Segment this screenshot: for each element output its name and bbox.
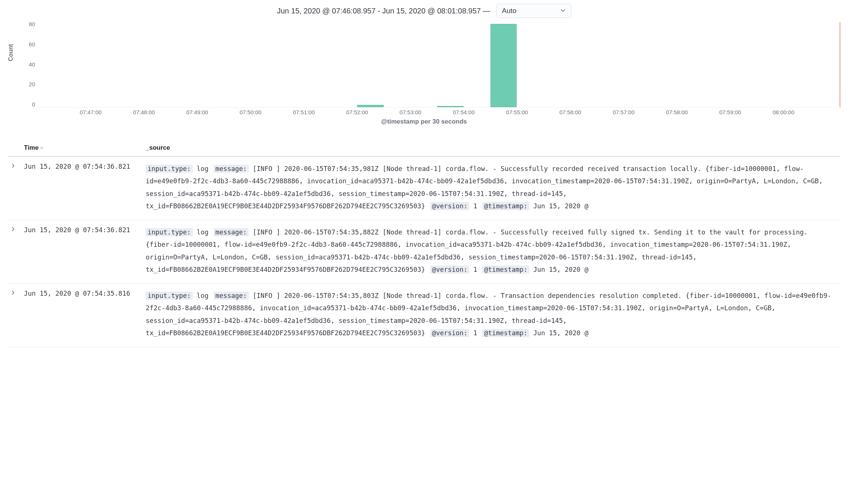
field-label: input.type:: [146, 165, 193, 173]
field-value: log: [193, 165, 213, 172]
chart-plot-area: [37, 23, 837, 108]
xtick: 07:52:00: [346, 109, 368, 115]
ytick: 80: [29, 21, 35, 27]
field-value: Jun 15, 2020 @: [529, 266, 588, 273]
table-row: Jun 15, 2020 @ 07:54:35.816input.type: l…: [7, 284, 841, 347]
field-label: @timestamp:: [482, 265, 529, 274]
histogram-header: Jun 15, 2020 @ 07:46:08.957 - Jun 15, 20…: [7, 4, 841, 18]
xtick: 07:48:00: [133, 109, 155, 115]
column-time[interactable]: Time: [19, 144, 146, 152]
field-value: Jun 15, 2020 @: [529, 329, 588, 337]
field-label: input.type:: [146, 292, 193, 300]
chart-xaxis: 07:47:0007:48:0007:49:0007:50:0007:51:00…: [37, 109, 837, 116]
xtick: 07:55:00: [506, 109, 528, 115]
interval-value: Auto: [502, 7, 517, 15]
xtick: 07:59:00: [719, 109, 741, 115]
field-label: @timestamp:: [482, 202, 529, 210]
source-cell: input.type: log message: [INFO ] 2020-06…: [146, 290, 841, 339]
table-header: Time _source: [7, 140, 841, 157]
time-range-label: Jun 15, 2020 @ 07:46:08.957 - Jun 15, 20…: [277, 7, 490, 15]
xtick: 07:50:00: [239, 109, 261, 115]
source-cell: input.type: log message: [INFO ] 2020-06…: [146, 163, 841, 212]
field-value: log: [193, 292, 213, 299]
field-label: message:: [214, 292, 249, 300]
chart-ylabel: Count: [7, 44, 14, 61]
xtick: 07:56:00: [559, 109, 581, 115]
ytick: 60: [29, 41, 35, 47]
time-cell: Jun 15, 2020 @ 07:54:35.816: [19, 290, 146, 339]
source-cell: input.type: log message: [INFO ] 2020-06…: [146, 226, 841, 276]
column-source[interactable]: _source: [146, 144, 841, 152]
xtick: 07:58:00: [666, 109, 688, 115]
field-value: 1: [469, 202, 481, 210]
xtick: 07:54:00: [453, 109, 474, 115]
sort-desc-icon: [40, 144, 44, 152]
expand-row-icon[interactable]: [7, 163, 19, 212]
xtick: 07:49:00: [186, 109, 208, 115]
time-cell: Jun 15, 2020 @ 07:54:36.821: [19, 163, 146, 212]
xtick: 07:47:00: [80, 109, 101, 115]
column-time-label: Time: [24, 144, 38, 152]
field-value: Jun 15, 2020 @: [529, 202, 588, 210]
ytick: 20: [29, 81, 35, 87]
field-value: 1: [469, 329, 481, 337]
histogram-bar[interactable]: [437, 106, 463, 107]
field-label: @version:: [430, 202, 470, 210]
chart-yaxis: 020406080: [24, 21, 35, 108]
field-label: input.type:: [146, 228, 193, 236]
xtick: 07:57:00: [613, 109, 634, 115]
expand-row-icon[interactable]: [7, 226, 19, 276]
time-cell: Jun 15, 2020 @ 07:54:36.821: [19, 226, 146, 276]
field-label: message:: [214, 228, 249, 236]
ytick: 0: [32, 101, 35, 108]
documents-table: Time _source Jun 15, 2020 @ 07:54:36.821…: [7, 140, 841, 347]
chart-edge-marker: [839, 22, 841, 108]
field-label: @version:: [430, 265, 470, 274]
xtick: 07:53:00: [399, 109, 421, 115]
expand-row-icon[interactable]: [7, 290, 19, 339]
interval-select[interactable]: Auto: [496, 4, 571, 18]
table-row: Jun 15, 2020 @ 07:54:36.821input.type: l…: [7, 220, 841, 284]
field-value: 1: [469, 266, 481, 273]
chart-xlabel: @timestamp per 30 seconds: [7, 118, 841, 125]
histogram-bar[interactable]: [490, 24, 517, 107]
xtick: 07:51:00: [293, 109, 315, 115]
field-label: @timestamp:: [482, 329, 529, 337]
xtick: 08:00:00: [773, 109, 794, 115]
field-value: log: [193, 228, 213, 236]
ytick: 40: [29, 61, 35, 68]
chevron-down-icon: [560, 7, 566, 15]
field-label: @version:: [430, 329, 470, 337]
column-source-label: _source: [146, 144, 170, 151]
histogram-chart[interactable]: Count 020406080 07:47:0007:48:0007:49:00…: [7, 21, 841, 125]
field-label: message:: [214, 165, 249, 173]
histogram-bar[interactable]: [357, 105, 383, 107]
table-row: Jun 15, 2020 @ 07:54:36.821input.type: l…: [7, 157, 841, 220]
